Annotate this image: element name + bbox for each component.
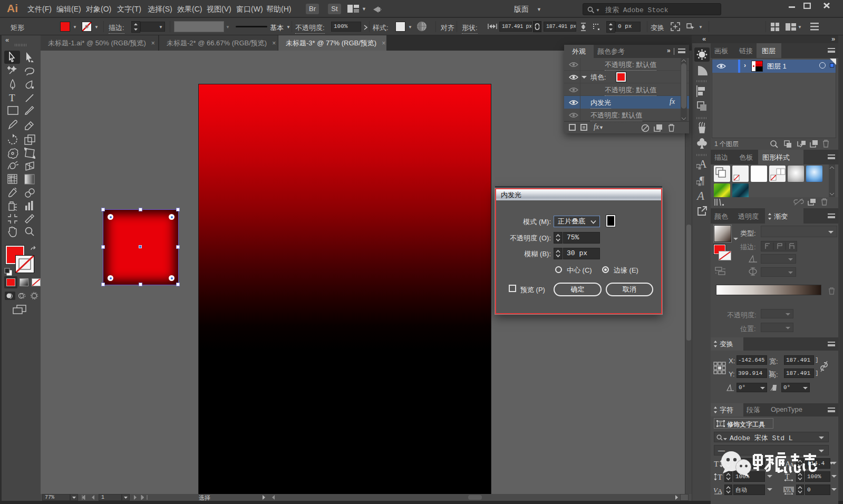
svg-text:T: T [719, 421, 722, 427]
svg-text:A: A [696, 189, 705, 202]
svg-text:VA: VA [784, 487, 792, 493]
svg-text:A: A [718, 487, 723, 495]
